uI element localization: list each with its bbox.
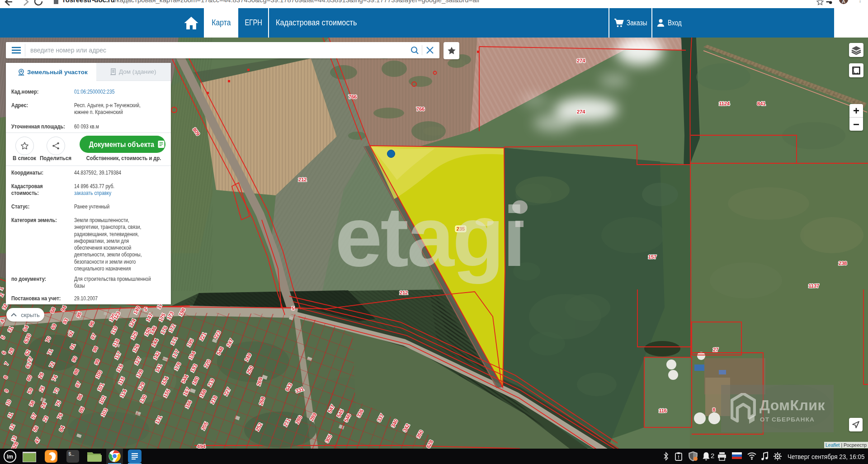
svg-text:lm: lm [7, 454, 13, 460]
svg-text:238: 238 [839, 260, 847, 266]
svg-text:274: 274 [577, 58, 585, 63]
svg-text:!: ! [678, 455, 679, 460]
svg-text:1137: 1137 [808, 283, 819, 289]
svg-text:841: 841 [757, 101, 766, 106]
svg-text:27: 27 [713, 347, 718, 352]
svg-text:116: 116 [659, 408, 667, 413]
svg-text:212: 212 [298, 177, 307, 182]
svg-text:8: 8 [712, 407, 716, 412]
svg-text:5: 5 [292, 306, 295, 311]
svg-text:274: 274 [577, 109, 585, 114]
svg-text:5: 5 [144, 307, 147, 312]
svg-text:157: 157 [648, 254, 656, 260]
svg-text:1124: 1124 [719, 101, 730, 106]
svg-text:766: 766 [416, 106, 425, 112]
svg-text:212: 212 [400, 290, 408, 295]
svg-text:766: 766 [349, 94, 357, 99]
